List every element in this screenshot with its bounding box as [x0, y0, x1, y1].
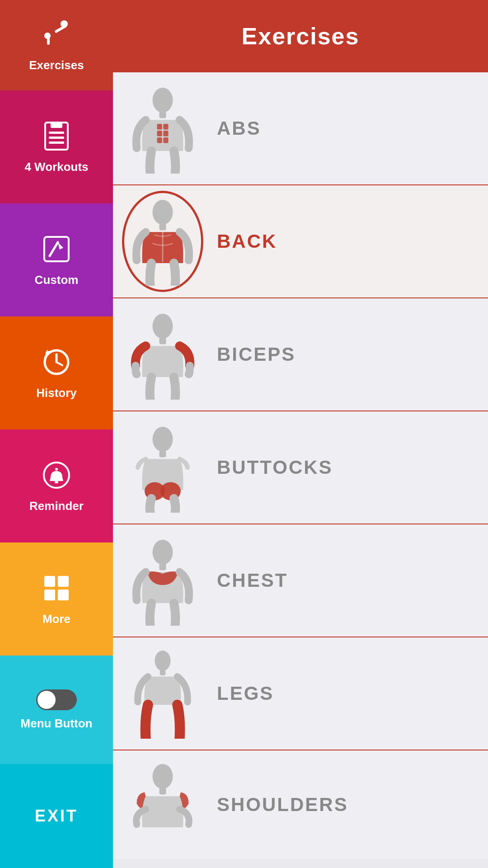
history-icon — [41, 346, 72, 382]
svg-rect-3 — [47, 36, 50, 45]
exercise-list[interactable]: ABS — [113, 72, 488, 868]
svg-point-21 — [153, 88, 173, 113]
svg-rect-42 — [160, 788, 166, 795]
svg-rect-1 — [54, 24, 66, 33]
svg-rect-22 — [160, 112, 166, 118]
svg-rect-27 — [157, 137, 162, 143]
svg-point-33 — [153, 427, 173, 452]
exercises-label: Exercises — [29, 58, 84, 72]
svg-rect-7 — [49, 137, 64, 139]
muscle-figure-buttocks — [122, 418, 203, 517]
svg-point-39 — [155, 651, 171, 671]
svg-rect-8 — [49, 142, 64, 144]
muscle-figure-abs — [122, 79, 203, 178]
main-content: Exercises — [113, 0, 488, 868]
exercise-name-biceps: BICEPS — [217, 344, 296, 365]
svg-rect-26 — [163, 131, 168, 137]
exercise-name-abs: ABS — [217, 118, 261, 139]
svg-rect-15 — [55, 481, 58, 483]
muscle-figure-back — [122, 192, 203, 291]
sidebar-item-workouts[interactable]: 4 Workouts — [0, 90, 113, 203]
exercise-item-buttocks[interactable]: BUTTOCKS — [113, 411, 488, 524]
sidebar-item-more[interactable]: More — [0, 542, 113, 656]
svg-point-41 — [153, 764, 173, 789]
muscle-figure-chest — [122, 531, 203, 630]
sidebar-item-reminder[interactable]: Reminder — [0, 429, 113, 542]
svg-rect-38 — [160, 564, 166, 571]
sidebar-item-exit[interactable]: EXIT — [0, 764, 113, 868]
muscle-figure-biceps — [122, 305, 203, 404]
sidebar-item-history[interactable]: History — [0, 316, 113, 429]
svg-rect-28 — [163, 137, 168, 143]
exercise-item-shoulders[interactable]: SHOULDERS — [113, 750, 488, 859]
workouts-icon — [41, 120, 72, 156]
muscle-figure-legs — [122, 644, 203, 743]
page-title: Exercises — [242, 23, 360, 50]
exercises-icon — [41, 19, 72, 55]
history-label: History — [36, 386, 77, 400]
svg-rect-20 — [58, 590, 69, 600]
svg-point-29 — [153, 200, 173, 225]
sidebar: Exercises 4 Workouts Custom — [0, 0, 113, 868]
exercise-item-chest[interactable]: CHEST — [113, 524, 488, 637]
svg-rect-40 — [160, 670, 166, 676]
exit-label: EXIT — [35, 807, 78, 826]
svg-rect-6 — [49, 132, 64, 134]
exercise-item-biceps[interactable]: BICEPS — [113, 298, 488, 411]
svg-rect-5 — [51, 123, 62, 128]
exercise-name-back: BACK — [217, 231, 277, 252]
reminder-icon — [41, 459, 72, 495]
exercise-name-legs: LEGS — [217, 683, 274, 704]
svg-rect-19 — [44, 590, 55, 600]
exercise-item-back[interactable]: BACK — [113, 185, 488, 298]
reminder-label: Reminder — [29, 499, 84, 513]
sidebar-item-menubutton[interactable]: Menu Button — [0, 656, 113, 764]
svg-point-16 — [55, 468, 58, 471]
svg-point-37 — [153, 540, 173, 565]
svg-rect-34 — [160, 451, 166, 458]
exercise-item-abs[interactable]: ABS — [113, 72, 488, 185]
svg-line-10 — [50, 242, 58, 256]
svg-rect-23 — [157, 124, 162, 130]
workouts-label: 4 Workouts — [24, 160, 88, 174]
menu-toggle[interactable] — [36, 689, 77, 710]
svg-rect-24 — [163, 124, 168, 130]
svg-rect-25 — [157, 131, 162, 137]
exercise-item-legs[interactable]: LEGS — [113, 637, 488, 750]
toggle-knob — [38, 691, 56, 709]
custom-label: Custom — [35, 273, 79, 287]
custom-icon — [41, 233, 72, 269]
svg-rect-9 — [44, 237, 69, 261]
svg-marker-11 — [58, 242, 63, 250]
sidebar-item-custom[interactable]: Custom — [0, 203, 113, 316]
muscle-figure-shoulders — [122, 755, 203, 854]
exercise-name-shoulders: SHOULDERS — [217, 794, 348, 816]
more-icon — [41, 572, 72, 609]
svg-rect-18 — [58, 576, 69, 587]
more-label: More — [42, 612, 70, 626]
exercise-name-chest: CHEST — [217, 570, 288, 591]
menubutton-label: Menu Button — [21, 717, 93, 731]
sidebar-item-exercises[interactable]: Exercises — [0, 0, 113, 90]
page-header: Exercises — [113, 0, 488, 72]
svg-point-31 — [153, 314, 173, 339]
svg-rect-30 — [160, 224, 166, 231]
svg-rect-17 — [44, 576, 55, 587]
exercise-name-buttocks: BUTTOCKS — [217, 457, 333, 478]
svg-rect-32 — [160, 338, 166, 344]
